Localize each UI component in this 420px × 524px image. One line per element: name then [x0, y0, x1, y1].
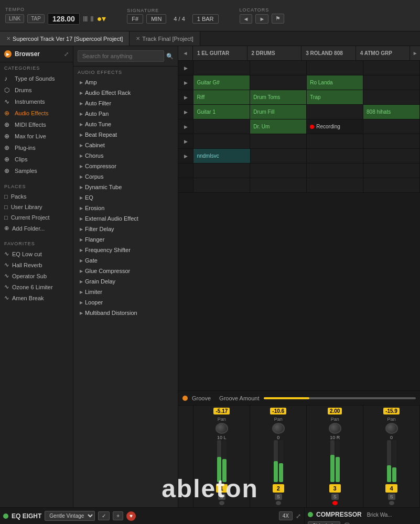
effect-auto-filter[interactable]: ▶Auto Filter: [73, 98, 178, 108]
channel-num-3[interactable]: 3: [329, 484, 341, 493]
loc-fwd-button[interactable]: ►: [255, 14, 268, 24]
record-dot-4[interactable]: [389, 501, 394, 505]
sidebar-item-sounds[interactable]: ♪ Type of Sounds: [0, 73, 73, 84]
clip-9-3[interactable]: [307, 178, 363, 192]
tab-close-2[interactable]: ✕: [136, 36, 140, 41]
effect-chorus[interactable]: ▶Chorus: [73, 150, 178, 161]
eq-checkmark[interactable]: ✓: [98, 511, 110, 520]
track-nav-right[interactable]: ►: [410, 46, 420, 60]
sidebar-item-plugins[interactable]: ⊕ Plug-ins: [0, 142, 73, 154]
effect-compressor[interactable]: ▶Compressor: [73, 161, 178, 171]
key-button[interactable]: F#: [127, 14, 143, 24]
channel-num-2[interactable]: 2: [273, 484, 284, 493]
clip-4-3[interactable]: [307, 105, 363, 119]
row-nav-5[interactable]: ▶: [178, 119, 193, 134]
row-nav-3[interactable]: ▶: [178, 90, 193, 104]
clip-9-4[interactable]: [363, 178, 420, 192]
clip-2-2[interactable]: [250, 75, 307, 90]
record-dot-2[interactable]: [276, 501, 281, 505]
pan-knob-4[interactable]: [385, 423, 398, 434]
clip-5-3[interactable]: Recording: [307, 119, 363, 134]
effect-amp[interactable]: ▶Amp: [73, 77, 178, 88]
sidebar-item-add-folder[interactable]: ⊕ Add Folder...: [0, 223, 73, 234]
clip-8-4[interactable]: [363, 163, 420, 178]
solo-btn-2[interactable]: S: [275, 494, 282, 500]
clip-7-4[interactable]: [363, 149, 420, 163]
mode-button[interactable]: MIN: [146, 14, 166, 24]
pan-knob-1[interactable]: [216, 423, 228, 434]
row-nav-7[interactable]: ▶: [178, 149, 193, 163]
effect-auto-pan[interactable]: ▶Auto Pan: [73, 108, 178, 119]
clip-1-1[interactable]: [193, 61, 250, 75]
eq-preset-select[interactable]: Gentle Vintage: [45, 511, 95, 521]
eq-plus[interactable]: +: [113, 511, 123, 520]
effect-grain-delay[interactable]: ▶Grain Delay: [73, 276, 178, 287]
search-input[interactable]: [78, 50, 164, 62]
eq-mode-4x[interactable]: 4X: [279, 511, 293, 520]
clip-6-3[interactable]: [307, 134, 363, 148]
clip-4-4[interactable]: 808 hihats: [363, 105, 420, 119]
solo-btn-4[interactable]: S: [388, 494, 395, 500]
clip-5-4[interactable]: [363, 119, 420, 134]
tempo-value[interactable]: 128.00: [48, 13, 80, 25]
row-nav-2[interactable]: ▶: [178, 75, 193, 90]
clip-7-2[interactable]: [251, 149, 307, 163]
effect-limiter[interactable]: ▶Limiter: [73, 287, 178, 297]
row-nav-6[interactable]: ▶: [178, 134, 193, 148]
clip-9-2[interactable]: [250, 178, 307, 192]
clip-8-3[interactable]: [307, 163, 363, 178]
fader-2[interactable]: [274, 440, 278, 482]
clip-5-2[interactable]: Dr. Um: [250, 119, 307, 134]
clip-2-1[interactable]: Guitar G#: [193, 75, 250, 90]
clip-6-1[interactable]: [193, 134, 250, 148]
clip-1-3[interactable]: [307, 61, 363, 75]
time-sig[interactable]: 4 / 4: [169, 15, 189, 23]
clip-1-2[interactable]: [250, 61, 307, 75]
fader-3[interactable]: [330, 440, 335, 482]
clip-3-4[interactable]: [363, 90, 420, 104]
groove-slider[interactable]: [264, 397, 416, 399]
pan-knob-2[interactable]: [272, 423, 285, 434]
effect-beat-repeat[interactable]: ▶Beat Repeat: [73, 129, 178, 140]
sidebar-item-packs[interactable]: □ Packs: [0, 191, 73, 202]
effect-external[interactable]: ▶External Audio Effect: [73, 213, 178, 224]
record-dot-3[interactable]: [332, 501, 338, 505]
fav-hall-reverb[interactable]: ∿ Hall Reverb: [0, 259, 73, 270]
browser-icon[interactable]: ▶: [4, 50, 12, 58]
effect-cabinet[interactable]: ▶Cabinet: [73, 140, 178, 150]
comp-power-dot[interactable]: [308, 512, 313, 517]
channel-num-4[interactable]: 4: [385, 484, 397, 493]
tab-2[interactable]: ✕ Track Final [Project]: [130, 31, 200, 46]
sidebar-item-midi-effects[interactable]: ⊕ MIDI Effects: [0, 119, 73, 130]
clip-8-1[interactable]: [193, 163, 250, 178]
clip-4-2[interactable]: Drum Fill: [250, 105, 307, 119]
loc-back-button[interactable]: ◄: [240, 14, 253, 24]
eq-heart[interactable]: ♥: [126, 511, 136, 521]
effect-erosion[interactable]: ▶Erosion: [73, 203, 178, 213]
fader-4[interactable]: [387, 440, 391, 482]
sidebar-item-max-for-live[interactable]: ⊕ Max for Live: [0, 130, 73, 142]
effect-multiband[interactable]: ▶Multiband Distorsion: [73, 308, 178, 318]
effect-looper[interactable]: ▶Looper: [73, 297, 178, 308]
effect-audio-rack[interactable]: ▶Audio Effect Rack: [73, 88, 178, 98]
clip-5-1[interactable]: [193, 119, 250, 134]
clip-2-4[interactable]: [363, 75, 420, 90]
clip-7-1[interactable]: nndmlsvc: [193, 149, 250, 163]
effect-filter-delay[interactable]: ▶Filter Delay: [73, 224, 178, 234]
effect-freq-shifter[interactable]: ▶Frequency Shifter: [73, 245, 178, 255]
sidebar-item-current-project[interactable]: □ Current Project: [0, 212, 73, 223]
clip-2-3[interactable]: Ro Landa: [307, 75, 363, 90]
fav-ozone[interactable]: ∿ Ozone 6 Limiter: [0, 281, 73, 292]
fav-operator-sub[interactable]: ∿ Operator Sub: [0, 270, 73, 281]
row-nav-9[interactable]: [178, 178, 193, 192]
row-nav-1[interactable]: ▶: [178, 61, 193, 75]
effect-glue[interactable]: ▶Glue Compressor: [73, 266, 178, 276]
sidebar-item-audio-effects[interactable]: ⊕ Audio Effects: [0, 107, 73, 119]
effect-eq[interactable]: ▶EQ: [73, 192, 178, 203]
effect-gate[interactable]: ▶Gate: [73, 255, 178, 266]
effect-corpus[interactable]: ▶Corpus: [73, 171, 178, 182]
fav-amen-break[interactable]: ∿ Amen Break: [0, 292, 73, 303]
clip-3-2[interactable]: Drum Toms: [250, 90, 307, 104]
row-nav-8[interactable]: [178, 163, 193, 178]
clip-3-3[interactable]: Trap: [307, 90, 363, 104]
